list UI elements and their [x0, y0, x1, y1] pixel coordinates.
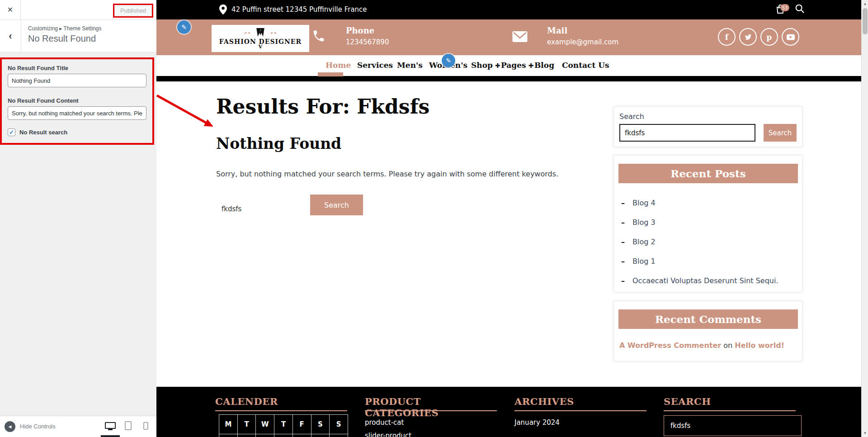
nav-shop[interactable]: Shop✚	[471, 61, 500, 70]
dash-bullet-icon: –	[621, 199, 625, 207]
nav-contact[interactable]: Contact Us	[562, 61, 609, 70]
site-topbar: 42 Puffin street 12345 Puffinville Franc…	[156, 0, 861, 19]
logo-mark: V	[259, 45, 263, 49]
list-item: –Blog 4	[621, 199, 656, 207]
main-search-input[interactable]: fkdsfs	[222, 205, 241, 213]
archive-link[interactable]: January 2024	[514, 418, 560, 427]
header-divider	[156, 76, 861, 81]
published-button[interactable]: Published	[114, 5, 152, 16]
nav-blog[interactable]: Blog	[534, 61, 554, 70]
widget-search-button[interactable]: Search	[764, 124, 797, 142]
archives-title: ARCHIVES	[514, 396, 574, 407]
list-item: –Blog 1	[621, 257, 656, 266]
desktop-preview-icon[interactable]	[105, 422, 116, 429]
widget-search-input[interactable]	[619, 124, 755, 142]
calendar-day: M	[219, 415, 238, 434]
category-link[interactable]: slider-product	[365, 432, 411, 437]
customizer-section-header: ‹ Customizing ▸ Theme Settings No Result…	[0, 20, 156, 52]
breadcrumb: Customizing ▸ Theme Settings	[28, 25, 102, 32]
recent-post-link[interactable]: Blog 2	[632, 238, 656, 246]
site-logo[interactable]: FASHION DESIGNER V	[212, 25, 309, 52]
calendar-title: CALENDER	[215, 396, 278, 407]
recent-comments-widget: Recent Comments A WordPress Commenter on…	[613, 301, 802, 361]
published-annotation-box: Published	[113, 4, 153, 18]
recent-posts-title: Recent Posts	[618, 164, 798, 183]
screenshot-root: ✕ Published ‹ Customizing ▸ Theme Settin…	[0, 0, 868, 437]
widget-search-label: Search	[619, 112, 644, 121]
no-result-search-label: No Result search	[19, 129, 67, 136]
active-nav-underline	[318, 72, 343, 76]
calendar-day: T	[237, 415, 256, 434]
comment-entry: A WordPress Commenter on Hello world!	[619, 341, 784, 350]
calendar-day: S	[330, 415, 348, 434]
scrollbar-thumb[interactable]	[863, 8, 868, 34]
no-result-search-checkbox[interactable]: ✓	[8, 128, 15, 136]
pinterest-icon[interactable]: p	[760, 28, 778, 46]
cart-count-badge: 53	[780, 4, 789, 11]
location-pin-icon	[219, 4, 227, 17]
list-item: –Blog 2	[621, 238, 656, 246]
footer-search-input[interactable]	[664, 415, 802, 436]
no-result-content-input[interactable]	[8, 106, 146, 120]
nav-home[interactable]: Home	[326, 61, 351, 70]
comment-post-link[interactable]: Hello world!	[735, 341, 784, 350]
hide-controls-button[interactable]: Hide Controls	[20, 423, 56, 430]
site-preview: 42 Puffin street 12345 Puffinville Franc…	[156, 0, 861, 437]
back-chevron-icon[interactable]: ‹	[0, 20, 21, 52]
customizer-footer: ◀ Hide Controls	[0, 416, 156, 437]
youtube-icon[interactable]	[782, 28, 799, 46]
categories-title: PRODUCT CATEGORIES	[365, 396, 498, 418]
collapse-sidebar-icon[interactable]: ◀	[5, 421, 15, 432]
tuxedo-logo-graphic	[244, 28, 277, 38]
search-widget: Search Search	[613, 106, 802, 147]
site-footer: CALENDER M T W T F S S PRODUCT CAT	[156, 387, 861, 437]
customizer-topbar: ✕ Published	[0, 0, 156, 20]
search-icon[interactable]	[795, 4, 805, 15]
twitter-icon[interactable]	[739, 28, 757, 46]
cart-bag-icon[interactable]: 53	[775, 3, 786, 17]
scroll-up-icon[interactable]: ▲	[862, 2, 868, 6]
tablet-preview-icon[interactable]	[125, 421, 132, 430]
mail-icon	[512, 30, 528, 45]
comment-author-link[interactable]: A WordPress Commenter	[619, 341, 721, 350]
active-device-indicator	[101, 435, 120, 437]
plus-icon: ✚	[528, 62, 534, 69]
no-result-title-label: No Result Found Title	[8, 65, 68, 71]
panel-title: No Result Found	[28, 33, 102, 44]
edit-logo-pencil-icon[interactable]: ✎	[177, 20, 191, 34]
edit-menu-pencil-icon[interactable]: ✎	[442, 54, 455, 67]
dash-bullet-icon: –	[621, 257, 625, 266]
calendar-table: M T W T F S S	[219, 414, 348, 437]
dash-bullet-icon: –	[621, 276, 625, 285]
recent-post-link[interactable]: Blog 1	[632, 257, 656, 266]
mail-label: Mail	[547, 26, 618, 35]
mobile-preview-icon[interactable]	[143, 422, 148, 430]
close-icon[interactable]: ✕	[0, 0, 21, 19]
nav-mens[interactable]: Men's	[397, 61, 423, 70]
plus-icon: ✚	[495, 62, 500, 69]
preview-scrollbar[interactable]: ▲ ▼	[861, 0, 868, 437]
nav-pages[interactable]: Pages✚	[501, 61, 533, 70]
list-item: –Occaecati Voluptas Deserunt Sint Sequi.	[621, 276, 778, 285]
nothing-found-text: Sorry, but nothing matched your search t…	[216, 170, 558, 178]
nothing-found-heading: Nothing Found	[216, 135, 341, 152]
no-result-content-label: No Result Found Content	[8, 97, 79, 104]
facebook-icon[interactable]: f	[718, 28, 736, 46]
calendar-day: S	[311, 415, 330, 434]
mail-value[interactable]: example@gmail.com	[547, 38, 618, 46]
comment-on-text: on	[723, 341, 735, 350]
recent-post-link[interactable]: Blog 3	[632, 218, 656, 227]
scroll-down-icon[interactable]: ▼	[862, 431, 868, 435]
dash-bullet-icon: –	[621, 238, 625, 246]
nav-services[interactable]: Services	[357, 61, 393, 70]
category-link[interactable]: product-cat	[365, 418, 404, 427]
recent-post-link[interactable]: Occaecati Voluptas Deserunt Sint Sequi.	[632, 276, 778, 285]
list-item: –Blog 3	[621, 218, 656, 227]
customizer-panel: ✕ Published ‹ Customizing ▸ Theme Settin…	[0, 0, 156, 437]
phone-label: Phone	[346, 26, 389, 35]
recent-post-link[interactable]: Blog 4	[632, 199, 656, 207]
calendar-day: T	[274, 415, 293, 434]
phone-value[interactable]: 1234567890	[346, 38, 389, 46]
main-search-button[interactable]: Search	[310, 195, 363, 215]
no-result-title-input[interactable]	[8, 74, 146, 87]
